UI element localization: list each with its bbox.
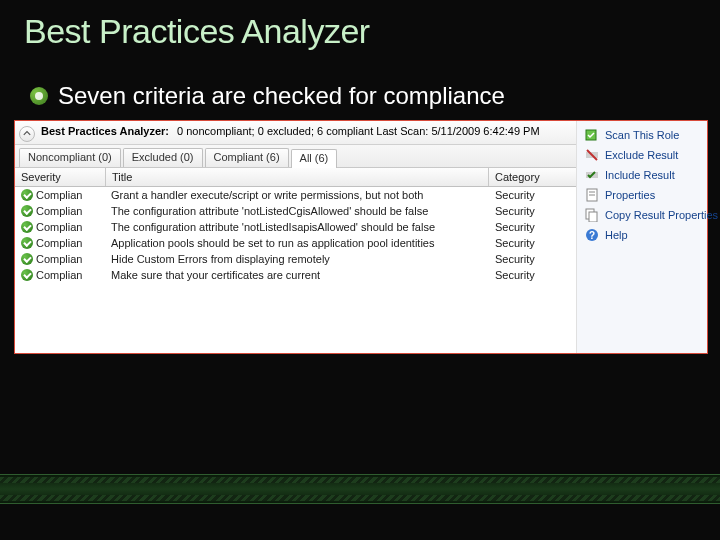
tab-1[interactable]: Excluded (0)	[123, 148, 203, 167]
actions-pane: Scan This RoleExclude ResultInclude Resu…	[577, 121, 707, 353]
tab-strip: Noncompliant (0)Excluded (0)Compliant (6…	[15, 145, 576, 168]
bpa-panel: Best Practices Analyzer: 0 noncompliant;…	[14, 120, 708, 354]
action-props[interactable]: Properties	[577, 185, 707, 205]
action-help[interactable]: ?Help	[577, 225, 707, 245]
cell-severity: Complian	[15, 268, 105, 282]
table-row[interactable]: ComplianThe configuration attribute 'not…	[15, 219, 576, 235]
check-icon	[21, 269, 33, 281]
check-icon	[21, 205, 33, 217]
table-row[interactable]: ComplianThe configuration attribute 'not…	[15, 203, 576, 219]
action-copy[interactable]: Copy Result Properties	[577, 205, 707, 225]
slide-title: Best Practices Analyzer	[24, 12, 370, 51]
bullet-text: Seven criteria are checked for complianc…	[58, 82, 505, 110]
cell-category: Security	[489, 220, 576, 234]
bullet-row: Seven criteria are checked for complianc…	[30, 82, 505, 110]
bullet-icon	[30, 87, 48, 105]
slide: Best Practices Analyzer Seven criteria a…	[0, 0, 720, 540]
tab-0[interactable]: Noncompliant (0)	[19, 148, 121, 167]
collapse-toggle-icon[interactable]	[19, 126, 35, 142]
col-category[interactable]: Category	[489, 168, 576, 186]
table-row[interactable]: ComplianMake sure that your certificates…	[15, 267, 576, 283]
column-headers: Severity Title Category	[15, 168, 576, 187]
cell-category: Security	[489, 236, 576, 250]
result-rows: ComplianGrant a handler execute/script o…	[15, 187, 576, 353]
cell-title: Grant a handler execute/script or write …	[105, 188, 489, 202]
cell-category: Security	[489, 252, 576, 266]
svg-rect-8	[589, 212, 597, 222]
check-icon	[21, 189, 33, 201]
cell-title: Make sure that your certificates are cur…	[105, 268, 489, 282]
col-severity[interactable]: Severity	[15, 168, 106, 186]
scan-icon	[585, 128, 599, 142]
table-row[interactable]: ComplianApplication pools should be set …	[15, 235, 576, 251]
cell-severity: Complian	[15, 220, 105, 234]
props-icon	[585, 188, 599, 202]
action-label: Include Result	[605, 169, 675, 181]
cell-severity: Complian	[15, 236, 105, 250]
check-icon	[21, 253, 33, 265]
include-icon	[585, 168, 599, 182]
svg-text:?: ?	[589, 230, 595, 241]
check-icon	[21, 237, 33, 249]
check-icon	[21, 221, 33, 233]
panel-header-label: Best Practices Analyzer:	[41, 125, 169, 137]
help-icon: ?	[585, 228, 599, 242]
cell-severity: Complian	[15, 188, 105, 202]
bpa-main: Best Practices Analyzer: 0 noncompliant;…	[15, 121, 577, 353]
action-label: Scan This Role	[605, 129, 679, 141]
cell-severity: Complian	[15, 252, 105, 266]
action-label: Copy Result Properties	[605, 209, 718, 221]
slide-footer-band	[0, 474, 720, 504]
table-row[interactable]: ComplianHide Custom Errors from displayi…	[15, 251, 576, 267]
cell-category: Security	[489, 204, 576, 218]
cell-title: The configuration attribute 'notListedCg…	[105, 204, 489, 218]
action-label: Properties	[605, 189, 655, 201]
tab-3[interactable]: All (6)	[291, 149, 338, 168]
cell-category: Security	[489, 268, 576, 282]
cell-title: Application pools should be set to run a…	[105, 236, 489, 250]
exclude-icon	[585, 148, 599, 162]
tab-2[interactable]: Compliant (6)	[205, 148, 289, 167]
action-label: Exclude Result	[605, 149, 678, 161]
table-row[interactable]: ComplianGrant a handler execute/script o…	[15, 187, 576, 203]
copy-icon	[585, 208, 599, 222]
cell-category: Security	[489, 188, 576, 202]
col-title[interactable]: Title	[106, 168, 489, 186]
action-scan[interactable]: Scan This Role	[577, 125, 707, 145]
action-include[interactable]: Include Result	[577, 165, 707, 185]
cell-severity: Complian	[15, 204, 105, 218]
action-exclude[interactable]: Exclude Result	[577, 145, 707, 165]
panel-header: Best Practices Analyzer: 0 noncompliant;…	[15, 121, 576, 145]
panel-header-status: 0 noncompliant; 0 excluded; 6 compliant …	[177, 125, 540, 137]
cell-title: Hide Custom Errors from displaying remot…	[105, 252, 489, 266]
action-label: Help	[605, 229, 628, 241]
cell-title: The configuration attribute 'notListedIs…	[105, 220, 489, 234]
